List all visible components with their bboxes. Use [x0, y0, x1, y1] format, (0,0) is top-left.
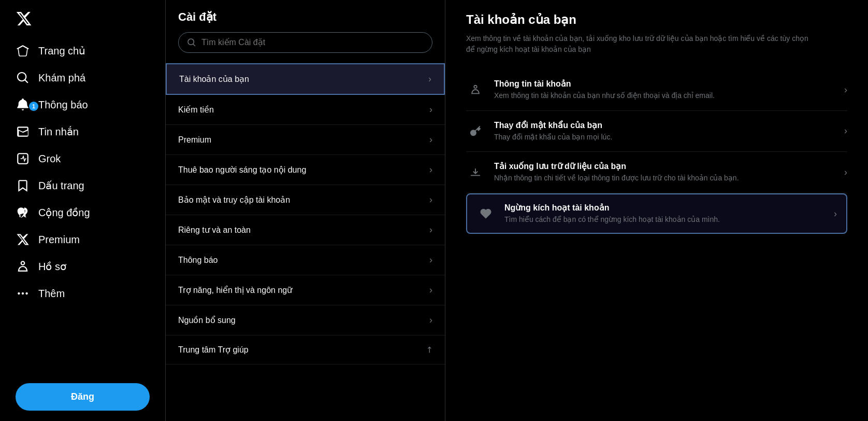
- account-title: Tài khoản của bạn: [466, 12, 847, 27]
- download-data-title: Tải xuống lưu trữ dữ liệu của bạn: [494, 161, 835, 171]
- chevron-right-icon: ›: [429, 194, 432, 205]
- sidebar-item-premium[interactable]: Premium: [8, 226, 157, 253]
- home-icon: [16, 44, 30, 58]
- sidebar-item-messages[interactable]: Tin nhắn: [8, 118, 157, 145]
- sidebar-item-bookmarks-label: Dấu trang: [38, 179, 84, 192]
- sidebar-item-home[interactable]: Trang chủ: [8, 37, 157, 64]
- change-password-desc: Thay đổi mật khẩu của bạn mọi lúc.: [494, 132, 835, 143]
- sidebar-item-home-label: Trang chủ: [38, 45, 85, 57]
- sidebar-item-bookmarks[interactable]: Dấu trang: [8, 172, 157, 199]
- settings-item-account[interactable]: Tài khoản của bạn ›: [166, 63, 445, 95]
- account-items-list: Thông tin tài khoản Xem thông tin tài kh…: [466, 69, 847, 234]
- chevron-right-icon: ›: [429, 285, 432, 296]
- x-logo[interactable]: [8, 4, 157, 35]
- account-subtitle: Xem thông tin về tài khoản của bạn, tải …: [466, 33, 818, 55]
- settings-item-premium-label: Premium: [178, 135, 211, 145]
- chevron-right-icon: ›: [429, 134, 432, 145]
- external-link-icon: ↗: [423, 344, 435, 356]
- settings-search-input[interactable]: [201, 38, 424, 47]
- chevron-right-icon: ›: [428, 74, 431, 85]
- mail-icon: [16, 124, 30, 139]
- sidebar-item-notifications[interactable]: 1 Thông báo: [8, 91, 157, 118]
- search-icon: [187, 38, 196, 47]
- settings-item-creator-label: Thuê bao người sáng tạo nội dung: [178, 165, 306, 175]
- chevron-right-icon: ›: [429, 164, 432, 175]
- change-password-item[interactable]: Thay đổi mật khẩu của bạn Thay đổi mật k…: [466, 111, 847, 152]
- settings-title: Cài đặt: [178, 10, 432, 24]
- sidebar-item-communities-label: Cộng đồng: [38, 206, 90, 219]
- bookmark-icon: [16, 178, 30, 193]
- settings-item-notifications[interactable]: Thông báo ›: [166, 245, 445, 275]
- bell-icon: 1: [16, 97, 30, 112]
- sidebar-item-premium-label: Premium: [38, 234, 80, 246]
- svg-rect-0: [18, 153, 28, 164]
- account-info-desc: Xem thông tin tài khoản của bạn như số đ…: [494, 91, 835, 101]
- settings-header: Cài đặt: [166, 0, 445, 63]
- chevron-right-icon: ›: [429, 104, 432, 115]
- download-data-desc: Nhận thông tin chi tiết về loại thông ti…: [494, 173, 835, 184]
- settings-item-creator[interactable]: Thuê bao người sáng tạo nội dung ›: [166, 155, 445, 185]
- settings-panel: Cài đặt Tài khoản của bạn › Kiếm tiền › …: [166, 0, 445, 421]
- chevron-right-icon: ›: [834, 208, 837, 219]
- communities-icon: [16, 205, 30, 220]
- settings-item-accessibility[interactable]: Trợ năng, hiển thị và ngôn ngữ ›: [166, 275, 445, 305]
- download-data-item[interactable]: Tải xuống lưu trữ dữ liệu của bạn Nhận t…: [466, 152, 847, 193]
- sidebar: Trang chủ Khám phá 1 Thông báo Tin nhắn: [0, 0, 166, 421]
- sidebar-item-profile-label: Hồ sơ: [38, 260, 66, 273]
- account-info-title: Thông tin tài khoản: [494, 79, 835, 89]
- deactivate-text: Ngừng kích hoạt tài khoản Tìm hiểu cách …: [504, 203, 824, 225]
- premium-icon: [16, 232, 30, 247]
- chevron-right-icon: ›: [844, 125, 847, 136]
- download-icon: [466, 163, 485, 181]
- sidebar-item-messages-label: Tin nhắn: [38, 125, 79, 138]
- settings-item-privacy-label: Riêng tư và an toàn: [178, 225, 251, 235]
- sidebar-item-grok-label: Grok: [38, 153, 61, 165]
- chevron-right-icon: ›: [429, 255, 432, 265]
- deactivate-desc: Tìm hiểu cách để bạn có thể ngừng kích h…: [504, 215, 824, 225]
- change-password-text: Thay đổi mật khẩu của bạn Thay đổi mật k…: [494, 120, 835, 143]
- grok-icon: [16, 151, 30, 166]
- settings-item-resources[interactable]: Nguồn bổ sung ›: [166, 305, 445, 335]
- sidebar-item-notifications-label: Thông báo: [38, 99, 88, 111]
- sidebar-item-explore[interactable]: Khám phá: [8, 64, 157, 91]
- settings-item-security-label: Bảo mật và truy cập tài khoản: [178, 195, 290, 205]
- sidebar-item-communities[interactable]: Cộng đồng: [8, 199, 157, 226]
- settings-item-accessibility-label: Trợ năng, hiển thị và ngôn ngữ: [178, 285, 292, 295]
- sidebar-item-grok[interactable]: Grok: [8, 145, 157, 172]
- settings-item-premium[interactable]: Premium ›: [166, 125, 445, 155]
- download-data-text: Tải xuống lưu trữ dữ liệu của bạn Nhận t…: [494, 161, 835, 184]
- settings-item-resources-label: Nguồn bổ sung: [178, 315, 236, 325]
- account-info-text: Thông tin tài khoản Xem thông tin tài kh…: [494, 79, 835, 101]
- change-password-title: Thay đổi mật khẩu của bạn: [494, 120, 835, 130]
- deactivate-icon: [476, 204, 495, 223]
- settings-item-account-label: Tài khoản của bạn: [179, 74, 249, 84]
- deactivate-item[interactable]: Ngừng kích hoạt tài khoản Tìm hiểu cách …: [466, 193, 847, 234]
- sidebar-item-explore-label: Khám phá: [38, 72, 85, 84]
- settings-item-help[interactable]: Trung tâm Trợ giúp ↗: [166, 335, 445, 364]
- main-nav: Trang chủ Khám phá 1 Thông báo Tin nhắn: [8, 37, 157, 377]
- settings-search-box[interactable]: [178, 32, 432, 53]
- account-info-icon: [466, 80, 485, 99]
- x-logo-icon: [16, 10, 32, 27]
- settings-item-monetize-label: Kiếm tiền: [178, 105, 214, 115]
- settings-item-monetize[interactable]: Kiếm tiền ›: [166, 95, 445, 125]
- chevron-right-icon: ›: [429, 315, 432, 326]
- sidebar-item-more-label: Thêm: [38, 288, 65, 300]
- settings-item-notifications-label: Thông báo: [178, 256, 218, 265]
- notifications-badge: 1: [29, 102, 38, 111]
- settings-item-security[interactable]: Bảo mật và truy cập tài khoản ›: [166, 185, 445, 215]
- chevron-right-icon: ›: [429, 224, 432, 235]
- more-icon: [16, 286, 30, 301]
- key-icon: [466, 122, 485, 141]
- user-icon: [16, 259, 30, 274]
- sidebar-item-more[interactable]: Thêm: [8, 280, 157, 307]
- chevron-right-icon: ›: [844, 85, 847, 95]
- deactivate-title: Ngừng kích hoạt tài khoản: [504, 203, 824, 213]
- sidebar-item-profile[interactable]: Hồ sơ: [8, 253, 157, 280]
- settings-list: Tài khoản của bạn › Kiếm tiền › Premium …: [166, 63, 445, 421]
- account-content-panel: Tài khoản của bạn Xem thông tin về tài k…: [445, 0, 868, 421]
- post-button[interactable]: Đăng: [16, 383, 150, 411]
- account-info-item[interactable]: Thông tin tài khoản Xem thông tin tài kh…: [466, 69, 847, 111]
- settings-item-privacy[interactable]: Riêng tư và an toàn ›: [166, 215, 445, 245]
- search-icon: [16, 71, 30, 85]
